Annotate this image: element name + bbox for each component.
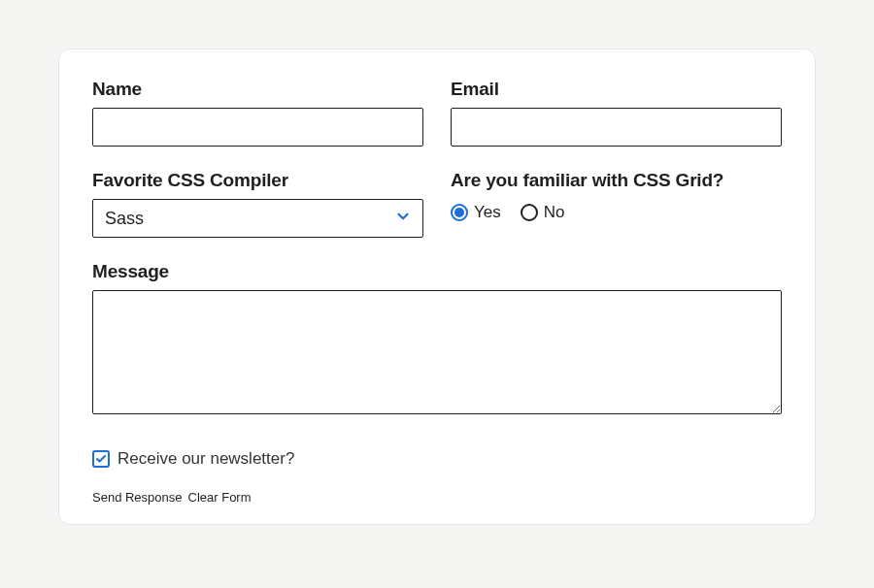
grid-familiar-field: Are you familiar with CSS Grid? Yes No xyxy=(451,170,782,238)
radio-no-indicator xyxy=(521,204,538,221)
grid-familiar-label: Are you familiar with CSS Grid? xyxy=(451,170,782,191)
grid-familiar-radios: Yes No xyxy=(451,203,782,222)
compiler-select-wrap: Sass xyxy=(92,199,423,238)
form-card: Name Email Favorite CSS Compiler Sass Ar… xyxy=(58,49,816,525)
name-field: Name xyxy=(92,79,423,147)
compiler-label: Favorite CSS Compiler xyxy=(92,170,423,191)
name-input[interactable] xyxy=(92,108,423,147)
radio-yes-label: Yes xyxy=(474,203,501,222)
compiler-select[interactable]: Sass xyxy=(92,199,423,238)
newsletter-checkbox[interactable]: Receive our newsletter? xyxy=(92,449,782,469)
button-row: Send Response Clear Form xyxy=(92,490,782,505)
email-input[interactable] xyxy=(451,108,782,147)
email-field: Email xyxy=(451,79,782,147)
message-label: Message xyxy=(92,261,782,282)
radio-yes-indicator xyxy=(451,204,468,221)
message-field: Message xyxy=(92,261,782,414)
send-response-button[interactable]: Send Response xyxy=(92,490,183,505)
clear-form-button[interactable]: Clear Form xyxy=(188,490,252,505)
check-icon xyxy=(95,453,107,465)
newsletter-label: Receive our newsletter? xyxy=(118,449,294,469)
email-label: Email xyxy=(451,79,782,100)
name-label: Name xyxy=(92,79,423,100)
form-grid: Name Email Favorite CSS Compiler Sass Ar… xyxy=(92,79,782,469)
message-input[interactable] xyxy=(92,290,782,414)
radio-no-label: No xyxy=(544,203,565,222)
newsletter-field: Receive our newsletter? xyxy=(92,438,782,469)
checkbox-box xyxy=(92,450,110,468)
radio-no[interactable]: No xyxy=(521,203,565,222)
compiler-field: Favorite CSS Compiler Sass xyxy=(92,170,423,238)
radio-yes[interactable]: Yes xyxy=(451,203,501,222)
